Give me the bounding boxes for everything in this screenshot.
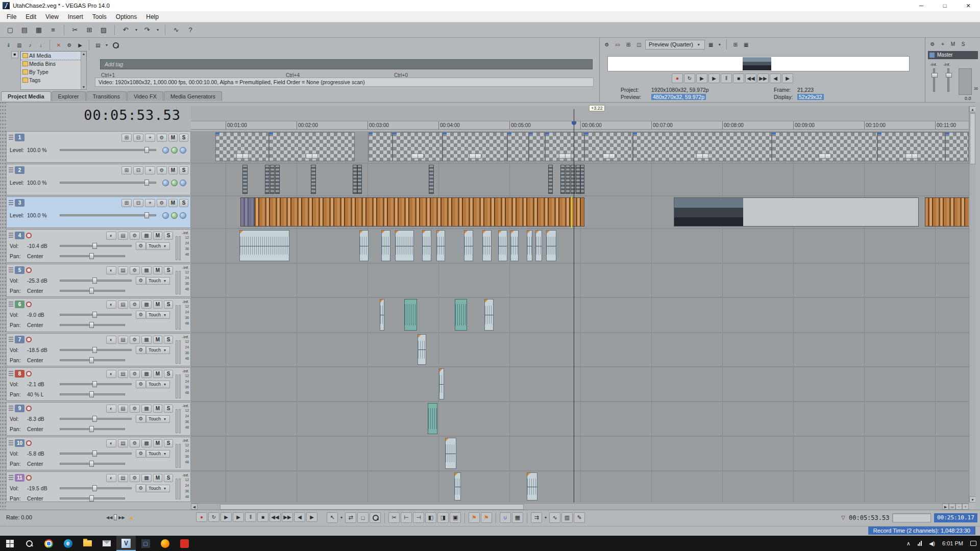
timeline-track-lane[interactable] [191,402,969,436]
lock-event-button[interactable]: ▣ [450,512,461,523]
menu-tools[interactable]: Tools [88,11,111,22]
mute-button[interactable]: M [168,134,178,142]
go-to-start-button[interactable]: ◀◀ [745,73,756,83]
marker-bar[interactable]: +3.22 [191,106,969,121]
track-number-chip[interactable]: 3 [15,199,24,207]
track-number-chip[interactable]: 5 [15,266,24,274]
automation-settings-icon[interactable]: ⚙ [130,439,140,447]
track-number-chip[interactable]: 7 [15,336,24,343]
prev-frame-button[interactable]: ◀ [294,512,305,522]
pause-button[interactable]: ‖ [245,512,256,522]
prev-frame-button[interactable]: ◀ [770,73,781,83]
track-drag-handle[interactable] [9,233,13,239]
level-slider[interactable] [60,149,156,151]
timeline-clip[interactable] [510,230,519,261]
edit-tool-dropdown-icon[interactable]: ▾ [339,515,344,520]
track-fx-icon[interactable]: ▤ [118,300,128,309]
capture-video-icon[interactable]: ▥ [15,40,24,49]
scroll-left-icon[interactable]: ◀ [191,504,198,510]
zoom-edit-tool[interactable] [370,512,381,523]
edge-icon[interactable]: e [58,536,78,551]
audio-track-header[interactable]: 9 ◐ ▤ ⚙ ▩ M S Vol: -8.3 dB ⚙ Touch ▾ Pan… [6,402,191,436]
timeline-clip[interactable] [633,132,772,161]
timeline-clip[interactable] [353,165,357,194]
timeline-clip[interactable] [507,132,529,161]
timeline-clip[interactable] [380,299,384,331]
timeline-clip[interactable] [535,230,542,261]
timeline-clip[interactable] [877,132,945,161]
project-properties-icon[interactable]: ⚙ [602,40,611,49]
bus-assign-icon[interactable]: ▩ [141,405,152,413]
open-project-icon[interactable]: ▤ [18,24,31,36]
event-fx-badges-icon[interactable] [559,154,571,159]
arm-record-icon[interactable] [26,406,32,411]
track-number-chip[interactable]: 1 [15,134,24,141]
track-drag-handle[interactable] [9,337,13,343]
automation-mode-dropdown[interactable]: Touch ▾ [146,415,170,423]
composite-parent-icon[interactable] [162,212,169,219]
menu-help[interactable]: Help [141,11,163,22]
event-fx-badges-icon[interactable] [236,154,249,159]
volume-slider[interactable] [60,349,132,351]
master-fader-right[interactable] [947,68,949,92]
event-fx-badges-icon[interactable] [469,154,481,159]
timeline-clip[interactable] [429,165,434,194]
timeline-clip[interactable] [584,132,633,161]
chrome-icon[interactable] [39,536,58,551]
timeline-clip[interactable] [418,334,426,365]
zoom-out-icon[interactable]: − [955,504,962,510]
timeline-clip[interactable] [357,165,362,194]
bypass-motion-blur-icon[interactable]: ⊞ [121,199,132,207]
composite-child-icon[interactable] [180,212,186,219]
timeline-clip[interactable] [436,230,445,261]
timeline-clip[interactable] [925,197,969,227]
mute-button[interactable]: M [153,232,162,240]
timeline-track-lane[interactable] [191,229,969,263]
solo-button[interactable]: S [164,405,173,413]
event-fx-badges-icon[interactable] [411,154,424,159]
volume-slider[interactable] [60,314,132,316]
timeline-time-display[interactable]: 00:05:53.53 [6,107,186,128]
timeline-track-lane[interactable] [191,333,969,366]
compositing-mode-icon[interactable]: ⚙ [157,199,167,207]
automation-settings-icon[interactable]: ⚙ [130,300,140,309]
audio-track-header[interactable]: 10 ◐ ▤ ⚙ ▩ M S Vol: -5.8 dB ⚙ Touch ▾ Pa… [6,437,191,470]
automation-mode-dropdown[interactable]: Touch ▾ [146,381,170,388]
composite-parent-icon[interactable] [162,180,169,186]
views-dropdown-icon[interactable]: ▾ [104,43,109,47]
bus-assign-icon[interactable]: ▩ [141,370,152,378]
compositing-mode-icon[interactable]: ⚙ [157,134,167,142]
timeline-track-lane[interactable] [191,298,969,332]
clock[interactable]: 6:01 PM [939,536,967,551]
level-slider[interactable] [60,182,156,184]
invert-phase-icon[interactable]: ◐ [106,266,116,274]
timeline-clip[interactable] [428,403,437,434]
tab-project-media[interactable]: Project Media [1,91,51,101]
video-output-fx-icon[interactable]: ⊞ [624,40,633,49]
timeline-clip[interactable] [215,132,269,161]
trim-start-button[interactable]: ⊢ [401,512,412,523]
track-motion-icon[interactable]: ⊟ [133,134,143,142]
video-track-header[interactable]: 3 ⊞ ⊟ + ⚙ M S Level: 100.0 % [6,196,191,228]
event-fx-badges-icon[interactable] [306,154,318,159]
master-properties-icon[interactable]: ⚙ [928,39,937,48]
mute-button[interactable]: M [168,199,178,207]
tree-item-all-media[interactable]: All Media [21,52,86,60]
timeline-clip[interactable] [560,165,565,194]
media-properties-icon[interactable]: ⚙ [65,40,74,49]
invert-phase-icon[interactable]: ◐ [106,232,116,240]
mute-button[interactable]: M [153,405,162,413]
undo-dropdown-icon[interactable]: ▾ [134,28,139,32]
preview-quality-dropdown[interactable]: Preview (Quarter) ▾ [645,40,705,49]
mute-button[interactable]: M [153,266,162,274]
bus-assign-icon[interactable]: ▩ [141,266,152,274]
timeline-clip[interactable] [393,132,443,161]
compositing-mode-icon[interactable]: ⚙ [157,166,167,174]
timeline-clip[interactable] [674,197,919,227]
scrub-control[interactable]: ◀◀▶▶ [106,514,125,520]
auto-preview-icon[interactable]: ▶ [76,40,85,49]
make-composited-child-icon[interactable] [171,212,178,219]
timeline-clip[interactable] [482,230,492,261]
event-fx-badges-icon[interactable] [603,154,615,159]
timeline-clip[interactable] [239,230,289,261]
